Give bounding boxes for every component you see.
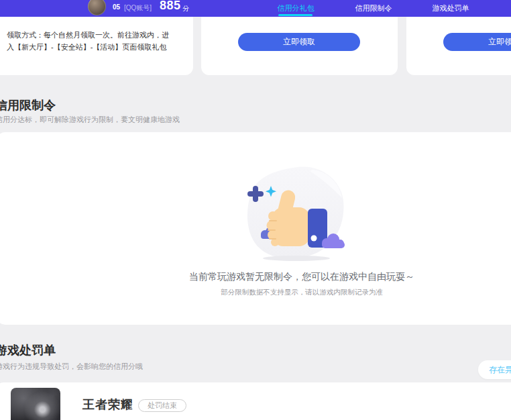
game-name: 王者荣耀: [82, 397, 133, 413]
restriction-section-title: 信用限制令: [0, 97, 56, 113]
account-type-label: [QQ账号]: [124, 3, 152, 13]
restriction-data-note: 部分限制数据不支持显示，请以游戏内限制记录为准: [67, 288, 511, 297]
tab-credit-gift[interactable]: 信用分礼包: [278, 3, 315, 13]
punishment-list-card: 王者荣耀 处罚结束: [0, 382, 511, 420]
abnormal-feedback-link[interactable]: 存在异常: [478, 360, 511, 379]
top-bar: 05 [QQ账号] 885 分 信用分礼包 信用限制令 游戏处罚单: [0, 0, 511, 17]
tab-credit-restriction[interactable]: 信用限制令: [355, 3, 392, 13]
game-thumbnail: [11, 388, 60, 420]
tab-game-punishment[interactable]: 游戏处罚单: [433, 3, 469, 13]
punishment-status-badge: 处罚结束: [138, 399, 186, 412]
claim-button-2[interactable]: 立即领取: [443, 33, 511, 51]
punishment-section-subtitle: 游戏行为违规导致处罚，会影响您的信用分哦: [0, 362, 143, 372]
restriction-section-subtitle: 信用分达标，即可解除游戏行为限制，要文明健康地游戏: [0, 115, 180, 125]
no-restriction-message: 当前常玩游戏暂无限制令，您可以在游戏中自由玩耍～: [67, 271, 511, 283]
active-tab-underline: [278, 14, 313, 16]
claim-button-1[interactable]: 立即领取: [238, 33, 360, 51]
restriction-empty-card: 当前常玩游戏暂无限制令，您可以在游戏中自由玩耍～ 部分限制数据不支持显示，请以游…: [0, 132, 511, 325]
user-avatar: [88, 0, 106, 15]
credit-score-unit: 分: [182, 4, 189, 13]
username: 05: [113, 3, 120, 11]
thumbs-up-illustration: [240, 163, 354, 264]
game-credit-page: 领取方式：每个自然月领取一次。前往游戏内，进入【新大厅】-【安全站】-【活动】页…: [0, 0, 511, 420]
claim-instructions-text: 领取方式：每个自然月领取一次。前往游戏内，进入【新大厅】-【安全站】-【活动】页…: [7, 30, 176, 53]
credit-score: 885: [160, 0, 181, 13]
punishment-section-title: 游戏处罚单: [0, 342, 56, 358]
